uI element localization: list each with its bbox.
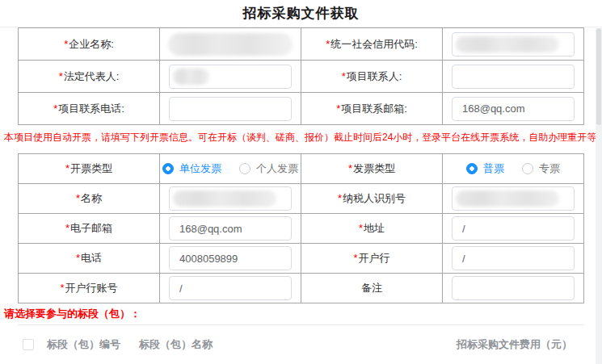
contact-phone-input[interactable] [169, 97, 292, 121]
tax-id-redacted [456, 190, 559, 207]
legal-rep-value [160, 61, 301, 93]
required-marker: * [76, 252, 80, 264]
invoice-type-label: *开票类型 [19, 154, 160, 184]
invoice-phone-value [160, 244, 301, 274]
radio-selected-icon [466, 163, 478, 174]
bank-input[interactable] [452, 246, 575, 270]
tax-id-label: *纳税人识别号 [301, 184, 443, 214]
page-header: 招标采购文件获取 [0, 0, 602, 27]
table-row: *电话 *开户行 [19, 244, 584, 274]
bank-account-value [160, 274, 301, 303]
radio-unselected-icon [239, 163, 250, 174]
bank-label: *开户行 [301, 244, 443, 274]
required-marker: * [342, 70, 346, 82]
credit-code-redacted [456, 36, 559, 52]
table-row: *法定代表人: *项目联系人: [19, 61, 584, 93]
bank-value [443, 244, 584, 274]
required-marker: * [326, 38, 330, 50]
ticket-type-label: *发票类型 [301, 154, 443, 184]
required-marker: * [53, 103, 57, 115]
credit-code-label: *统一社会信用代码: [301, 28, 443, 61]
invoice-name-value [160, 184, 301, 214]
contact-info-table: *企业名称: *统一社会信用代码: *法定代表人: *项目联系人: [18, 27, 584, 125]
required-marker: * [359, 222, 363, 234]
required-marker: * [348, 162, 352, 174]
invoice-type-options: 单位发票 个人发票 [160, 154, 301, 184]
contact-email-value [443, 93, 584, 125]
invoice-info-table: *开票类型 单位发票 个人发票 *发票类型 普票 [18, 153, 584, 303]
section-select-prompt: 请选择要参与的标段（包）： [4, 307, 598, 321]
invoice-phone-label: *电话 [19, 244, 160, 274]
required-marker: * [76, 192, 80, 204]
table-row: *电子邮箱 *地址 [19, 214, 584, 244]
address-input[interactable] [452, 216, 575, 241]
invoice-name-field[interactable] [169, 186, 292, 211]
contact-email-label: *项目联系邮箱: [301, 93, 443, 125]
contact-email-input[interactable] [452, 97, 575, 121]
remark-input[interactable] [452, 276, 575, 300]
radio-special-ticket[interactable]: 专票 [522, 161, 560, 176]
table-row: *开户行账号 备注 [19, 274, 584, 303]
section-table-header: 标段（包）编号 标段（包）名称 招标采购文件费用（元） [18, 324, 584, 363]
invoice-notice-text: 本项目使用自动开票，请填写下列开票信息。可在开标（谈判、磋商、报价）截止时间后2… [4, 131, 598, 144]
invoice-phone-input[interactable] [169, 246, 292, 270]
contact-phone-label: *项目联系电话: [19, 93, 160, 125]
required-marker: * [64, 38, 68, 50]
scrollbar-thumb[interactable] [596, 28, 601, 125]
header-section-fee: 招标采购文件费用（元） [457, 337, 584, 352]
company-name-label: *企业名称: [19, 28, 160, 61]
legal-rep-label: *法定代表人: [19, 61, 160, 93]
table-row: *开票类型 单位发票 个人发票 *发票类型 普票 [19, 154, 584, 184]
legal-rep-field[interactable] [169, 65, 292, 89]
invoice-name-label: *名称 [19, 184, 160, 214]
header-section-code: 标段（包）编号 [47, 337, 139, 352]
company-name-redacted [168, 33, 293, 56]
bank-account-input[interactable] [169, 276, 292, 300]
required-marker: * [338, 192, 342, 204]
radio-company-invoice[interactable]: 单位发票 [162, 161, 221, 176]
invoice-email-input[interactable] [169, 216, 292, 241]
required-marker: * [59, 70, 63, 82]
radio-general-ticket[interactable]: 普票 [466, 161, 504, 176]
invoice-email-label: *电子邮箱 [19, 214, 160, 244]
contact-phone-value [160, 93, 301, 125]
tax-id-value [443, 184, 584, 214]
radio-personal-invoice[interactable]: 个人发票 [239, 161, 298, 176]
select-all-checkbox[interactable] [23, 339, 34, 350]
credit-code-value [443, 28, 584, 61]
address-value [443, 214, 584, 244]
radio-unselected-icon [522, 163, 533, 174]
required-marker: * [65, 162, 69, 174]
project-contact-label: *项目联系人: [301, 61, 443, 93]
legal-rep-redacted [173, 69, 209, 85]
invoice-name-redacted [173, 190, 276, 207]
radio-selected-icon [162, 163, 174, 174]
credit-code-field[interactable] [452, 32, 575, 56]
table-row: *名称 *纳税人识别号 [19, 184, 584, 214]
ticket-type-options: 普票 专票 [443, 154, 584, 184]
address-label: *地址 [301, 214, 443, 244]
required-marker: * [353, 252, 357, 264]
company-name-value [160, 28, 301, 61]
table-row: *企业名称: *统一社会信用代码: [19, 28, 584, 61]
remark-label: 备注 [301, 274, 443, 303]
remark-value [443, 274, 584, 303]
project-contact-input[interactable] [452, 65, 575, 89]
project-contact-value [443, 61, 584, 93]
required-marker: * [65, 222, 69, 234]
required-marker: * [60, 282, 64, 294]
table-row: *项目联系电话: *项目联系邮箱: [19, 93, 584, 125]
page-title: 招标采购文件获取 [243, 4, 360, 23]
required-marker: * [336, 103, 340, 115]
scrollbar-track[interactable] [596, 28, 602, 364]
header-checkbox-cell [18, 339, 47, 350]
invoice-email-value [160, 214, 301, 244]
bank-account-label: *开户行账号 [19, 274, 160, 303]
tax-id-field[interactable] [452, 186, 575, 211]
header-section-name: 标段（包）名称 [139, 337, 457, 352]
